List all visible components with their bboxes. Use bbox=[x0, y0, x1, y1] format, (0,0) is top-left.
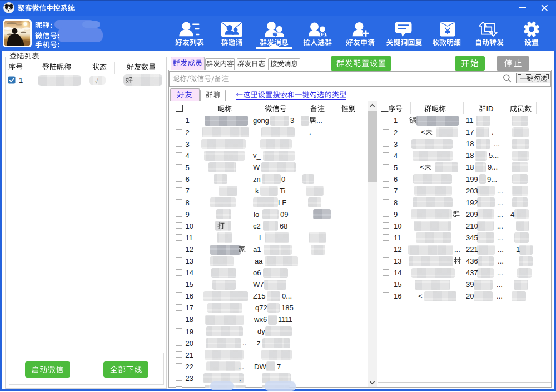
svg-text:k: k bbox=[255, 187, 259, 195]
svg-text:21: 21 bbox=[186, 351, 193, 359]
svg-text:<: < bbox=[421, 128, 425, 136]
svg-text:18: 18 bbox=[466, 163, 474, 171]
svg-text:gong: gong bbox=[253, 116, 269, 125]
svg-text:...: ... bbox=[497, 280, 503, 289]
svg-text:15: 15 bbox=[186, 280, 193, 289]
svg-text:436: 436 bbox=[466, 257, 478, 265]
svg-text:1111: 1111 bbox=[278, 315, 292, 324]
svg-text:6: 6 bbox=[394, 175, 398, 183]
svg-text:11: 11 bbox=[186, 234, 193, 242]
svg-text:4: 4 bbox=[394, 152, 398, 160]
svg-text:13: 13 bbox=[186, 257, 193, 265]
svg-text:9: 9 bbox=[186, 210, 190, 219]
svg-text:12: 12 bbox=[186, 245, 193, 254]
svg-text:...: ... bbox=[497, 269, 503, 277]
svg-text:...: ... bbox=[498, 245, 504, 254]
svg-text:8: 8 bbox=[394, 199, 398, 207]
svg-text:c2: c2 bbox=[253, 222, 261, 230]
svg-text:2: 2 bbox=[186, 128, 190, 137]
svg-text:a1: a1 bbox=[253, 245, 261, 254]
svg-text:19: 19 bbox=[186, 328, 193, 336]
svg-text:68: 68 bbox=[280, 222, 287, 230]
svg-text:v_: v_ bbox=[253, 151, 261, 160]
svg-text:dy: dy bbox=[257, 327, 265, 335]
svg-text:o6: o6 bbox=[253, 269, 261, 277]
svg-text:..: .. bbox=[242, 339, 246, 347]
svg-text:17: 17 bbox=[466, 128, 474, 136]
svg-text:39: 39 bbox=[466, 280, 474, 289]
svg-text:z: z bbox=[257, 339, 261, 347]
svg-text:16: 16 bbox=[186, 292, 193, 300]
svg-text:5: 5 bbox=[394, 163, 398, 172]
svg-text:1: 1 bbox=[394, 116, 398, 125]
svg-text:9: 9 bbox=[394, 210, 398, 219]
svg-text:20: 20 bbox=[466, 292, 474, 300]
svg-text:q72: q72 bbox=[255, 304, 267, 312]
svg-text:437: 437 bbox=[466, 269, 478, 277]
svg-text:zn: zn bbox=[253, 175, 261, 183]
svg-text:.: . bbox=[492, 128, 494, 136]
svg-text:0: 0 bbox=[281, 175, 285, 183]
svg-text:14: 14 bbox=[186, 269, 193, 277]
svg-text:18: 18 bbox=[186, 315, 193, 324]
svg-text:9...: 9... bbox=[488, 163, 498, 171]
svg-text:aa: aa bbox=[255, 257, 263, 265]
svg-text:<: < bbox=[420, 163, 424, 171]
svg-text:8: 8 bbox=[186, 199, 190, 207]
svg-text:...: ... bbox=[494, 140, 500, 148]
svg-text:23: 23 bbox=[186, 374, 193, 383]
svg-text:.: . bbox=[309, 128, 311, 136]
svg-text:Ti: Ti bbox=[280, 187, 285, 195]
svg-text:...: ... bbox=[497, 199, 503, 207]
svg-text:3: 3 bbox=[186, 140, 190, 148]
svg-text:<: < bbox=[418, 292, 423, 300]
svg-text:7: 7 bbox=[277, 363, 281, 371]
svg-text:10: 10 bbox=[394, 222, 401, 230]
svg-text:10: 10 bbox=[186, 222, 193, 230]
svg-text:6: 6 bbox=[186, 175, 190, 183]
svg-text:...: ... bbox=[498, 257, 504, 265]
svg-text:...: ... bbox=[497, 210, 503, 219]
svg-text:20: 20 bbox=[186, 339, 193, 348]
svg-text:18: 18 bbox=[466, 151, 474, 160]
svg-text:...: ... bbox=[316, 116, 322, 125]
svg-text:L: L bbox=[259, 234, 263, 242]
svg-text:Z15: Z15 bbox=[253, 292, 265, 300]
svg-text:203: 203 bbox=[466, 187, 478, 195]
svg-text:ID: ID bbox=[487, 105, 494, 113]
svg-text:210: 210 bbox=[466, 222, 478, 230]
svg-text:7: 7 bbox=[186, 187, 190, 195]
svg-text:W: W bbox=[253, 163, 260, 171]
svg-text:185: 185 bbox=[281, 304, 294, 312]
svg-text:199: 199 bbox=[466, 175, 478, 183]
svg-text:...: ... bbox=[454, 245, 460, 254]
svg-text:W7: W7 bbox=[253, 280, 264, 289]
svg-text:0...: 0... bbox=[282, 292, 292, 300]
svg-text:2: 2 bbox=[394, 128, 398, 137]
svg-text:11: 11 bbox=[394, 234, 401, 242]
svg-text:DW: DW bbox=[254, 363, 266, 371]
svg-text:12: 12 bbox=[394, 245, 401, 254]
svg-text:LF: LF bbox=[278, 199, 286, 207]
svg-text:16: 16 bbox=[394, 292, 401, 300]
svg-text:11: 11 bbox=[466, 116, 474, 125]
svg-text:...: ... bbox=[497, 234, 503, 242]
svg-text:5...: 5... bbox=[489, 151, 499, 160]
svg-text:4: 4 bbox=[186, 152, 190, 160]
svg-text:13: 13 bbox=[394, 257, 401, 265]
svg-text:3: 3 bbox=[394, 140, 398, 148]
svg-text:09: 09 bbox=[280, 210, 288, 219]
svg-text:22: 22 bbox=[186, 363, 193, 371]
svg-text:...: ... bbox=[497, 292, 503, 300]
svg-text:...: ... bbox=[497, 222, 503, 230]
svg-text:17: 17 bbox=[186, 304, 193, 312]
svg-text:345: 345 bbox=[466, 234, 478, 242]
svg-text:1: 1 bbox=[186, 116, 190, 125]
svg-text:5: 5 bbox=[186, 163, 190, 172]
svg-text:lo: lo bbox=[254, 210, 259, 219]
svg-text:209: 209 bbox=[466, 210, 478, 219]
svg-text:15: 15 bbox=[394, 280, 401, 289]
svg-text:wx6: wx6 bbox=[254, 315, 267, 324]
svg-text:3: 3 bbox=[290, 116, 294, 125]
svg-text:192: 192 bbox=[466, 199, 478, 207]
